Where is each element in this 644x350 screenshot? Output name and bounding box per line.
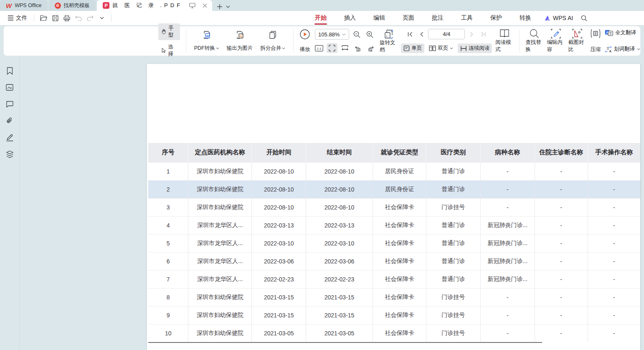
tab-wps-office[interactable]: W WPS Office	[0, 0, 48, 11]
undo-button[interactable]	[74, 13, 84, 23]
fit-page-button[interactable]	[327, 43, 337, 53]
table-row[interactable]: 1深圳市妇幼保健院2022-08-102022-08-10居民身份证普通门诊--…	[148, 162, 640, 180]
last-page-button[interactable]	[478, 30, 487, 39]
present-monitor-icon[interactable]	[188, 1, 196, 10]
table-row[interactable]: 2深圳市妇幼保健院2022-08-102022-08-10居民身份证普通门诊--…	[148, 180, 640, 198]
edit-content-icon[interactable]	[551, 29, 561, 38]
document-workspace: 序号 定点医药机构名称 开始时间 结束时间 就诊凭证类型 医疗类别 病种名称 住…	[0, 57, 644, 350]
close-tab-icon[interactable]	[200, 1, 209, 10]
compress-label[interactable]: 压缩	[590, 46, 601, 53]
rotate-document-icon[interactable]	[383, 29, 394, 39]
tab-protect[interactable]: 保护	[482, 11, 511, 25]
find-replace-icon[interactable]	[530, 29, 539, 38]
tab-docer-templates[interactable]: ✿ 找稻壳模板	[49, 0, 96, 11]
double-page-button[interactable]: 双页	[426, 43, 456, 53]
docer-icon: ✿	[55, 3, 61, 9]
table-cell: 2022-02-23	[306, 270, 373, 288]
menu-search-button[interactable]	[579, 13, 589, 23]
tab-list-chevron-icon[interactable]	[224, 3, 232, 11]
export-as-image-button[interactable]: 输出为图片	[223, 29, 257, 53]
layers-panel-button[interactable]	[5, 150, 15, 159]
wps-ai-button[interactable]: WPS AI	[540, 15, 577, 21]
table-bottom-border	[148, 342, 542, 343]
one-to-one-icon: 1:1	[315, 45, 323, 51]
new-tab-icon[interactable]	[216, 3, 224, 11]
chevron-down-icon	[637, 48, 640, 50]
pdf-page[interactable]: 序号 定点医药机构名称 开始时间 结束时间 就诊凭证类型 医疗类别 病种名称 住…	[147, 64, 641, 350]
tab-edit[interactable]: 编辑	[365, 11, 394, 25]
play-label[interactable]: 播放	[300, 46, 310, 53]
table-row[interactable]: 3深圳市妇幼保健院2022-08-102022-08-10社会保障卡门诊挂号--…	[148, 198, 640, 216]
tab-home[interactable]: 开始	[306, 11, 335, 25]
rotate-right-button[interactable]	[365, 43, 376, 53]
rotate-right-icon	[368, 45, 374, 51]
thumbnails-panel-button[interactable]	[5, 83, 15, 92]
chevron-down-icon	[216, 47, 219, 49]
redo-button[interactable]	[85, 13, 95, 23]
tab-insert[interactable]: 插入	[335, 11, 365, 25]
hand-tool-button[interactable]: 手型	[158, 23, 180, 40]
file-menu-button[interactable]: 文件	[5, 13, 30, 23]
pdf-convert-button[interactable]: W PDF转换	[190, 29, 223, 53]
screenshot-compare-label[interactable]: 截图对比	[568, 39, 586, 53]
full-translate-button[interactable]: A字 全文翻译	[605, 29, 640, 36]
previous-page-button[interactable]	[417, 30, 426, 39]
table-cell: 社会保障卡	[373, 288, 426, 306]
zoom-in-button[interactable]	[364, 29, 375, 39]
tab-tools[interactable]: 工具	[452, 11, 482, 25]
print-button[interactable]	[62, 13, 72, 23]
open-file-button[interactable]	[38, 13, 48, 23]
tab-document[interactable]: P 就 医 记 录 .PDF	[97, 0, 212, 11]
zoom-out-button[interactable]	[351, 29, 362, 39]
table-row[interactable]: 8深圳市妇幼保健院2021-03-152021-03-15社会保障卡门诊挂号--…	[148, 288, 640, 306]
tab-annotate[interactable]: 批注	[423, 11, 452, 25]
table-row[interactable]: 5深圳市龙华区人...2022-03-102022-03-10社会保障卡普通门诊…	[148, 234, 640, 252]
tab-convert[interactable]: 转换	[511, 11, 540, 25]
bookmark-icon	[7, 67, 13, 75]
table-row[interactable]: 4深圳市龙华区人...2022-03-132022-03-13社会保障卡普通门诊…	[148, 216, 640, 234]
table-cell: 5	[148, 234, 188, 252]
page-number-input[interactable]	[432, 31, 461, 37]
page-number-box[interactable]	[428, 29, 465, 39]
single-page-button[interactable]: 单页	[401, 43, 424, 53]
tab-page[interactable]: 页面	[394, 11, 423, 25]
table-row[interactable]: 6深圳市龙华区人...2022-03-062022-03-06社会保障卡普通门诊…	[148, 252, 640, 270]
full-translate-icon: A字	[605, 30, 613, 36]
hand-icon	[162, 28, 166, 35]
edit-content-label[interactable]: 编辑内容	[547, 39, 565, 53]
tab-wps-office-label: WPS Office	[15, 3, 41, 8]
actual-size-button[interactable]: 1:1	[314, 43, 325, 53]
rotate-left-button[interactable]	[352, 43, 363, 53]
table-cell: 2022-03-06	[252, 252, 306, 270]
table-row[interactable]: 10深圳市妇幼保健院2021-03-052021-03-05社会保障卡门诊挂号-…	[148, 324, 640, 342]
attachments-panel-button[interactable]	[5, 116, 15, 125]
divider	[34, 15, 34, 21]
table-cell: 2022-02-23	[252, 270, 306, 288]
rotate-doc-group: 旋转文档	[380, 29, 398, 53]
zoom-level-select[interactable]: 105.88%	[315, 29, 349, 40]
bookmarks-panel-button[interactable]	[5, 66, 15, 75]
table-cell: 社会保障卡	[373, 234, 426, 252]
continuous-read-button[interactable]: 连续阅读	[458, 43, 492, 53]
table-cell: 4	[148, 216, 188, 234]
layers-icon	[6, 151, 14, 158]
undo-history-chevron-icon[interactable]	[97, 13, 107, 23]
find-replace-label[interactable]: 查找替换	[525, 39, 543, 53]
comments-panel-button[interactable]	[5, 100, 15, 109]
read-mode-book-icon[interactable]	[499, 29, 510, 38]
table-row[interactable]: 7深圳市龙华区人...2022-02-232022-02-23社会保障卡普通门诊…	[148, 270, 640, 288]
compress-icon[interactable]	[590, 29, 601, 38]
next-page-button[interactable]	[467, 30, 476, 39]
screenshot-compare-icon[interactable]	[572, 29, 582, 38]
first-page-button[interactable]	[406, 30, 415, 39]
table-row[interactable]: 9深圳市妇幼保健院2021-03-152021-03-15社会保障卡门诊挂号--…	[148, 306, 640, 324]
split-merge-button[interactable]: 拆分合并	[256, 29, 289, 53]
word-translate-button[interactable]: 文A 划词翻译	[605, 46, 640, 53]
rotate-document-label[interactable]: 旋转文档	[380, 39, 398, 54]
select-tool-button[interactable]: 选择	[158, 42, 180, 59]
fit-width-button[interactable]	[340, 43, 350, 53]
annotations-panel-button[interactable]	[5, 133, 15, 142]
read-mode-label[interactable]: 阅读模式	[495, 39, 513, 53]
play-icon[interactable]	[299, 29, 310, 40]
save-button[interactable]	[50, 13, 60, 23]
